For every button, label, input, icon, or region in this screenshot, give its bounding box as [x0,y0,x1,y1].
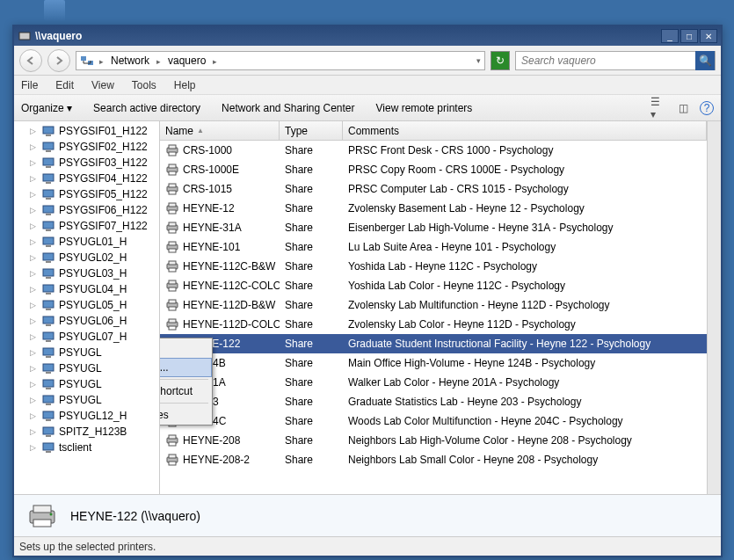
crumb-network[interactable]: Network [109,55,151,67]
svg-rect-41 [43,427,54,434]
col-header-comments[interactable]: Comments [343,121,707,140]
search-button[interactable]: 🔍 [695,51,715,70]
printer-row[interactable]: HEYNE-12ShareZvolensky Basement Lab - He… [160,199,707,218]
tree-item-label: PSYGSIF06_H122 [59,204,148,216]
tree-item[interactable]: ▷PSYUGL [16,376,157,392]
network-sharing-center-button[interactable]: Network and Sharing Center [222,102,354,114]
printer-row[interactable]: HEYNE-112C-COLORShareYoshida Lab Color -… [160,276,707,295]
col-header-type[interactable]: Type [280,121,343,140]
svg-rect-67 [169,280,176,284]
organize-button[interactable]: Organize ▾ [21,102,72,114]
printer-row[interactable]: HEYNE-112D-B&WShareZvolensky Lab Multifu… [160,295,707,315]
address-bar[interactable]: Network vaquero ▾ [76,51,485,70]
row-type: Share [285,415,313,427]
svg-rect-36 [46,388,51,389]
printer-row[interactable]: HEYNE-208ShareNeighbors Lab High-Volume … [160,431,707,450]
tree-item[interactable]: ▷PSYUGL [16,392,157,408]
printer-row[interactable]: NE-201AShareWalker Lab Color - Heyne 201… [160,373,707,392]
printer-row[interactable]: HEYNE-122ShareGraduate Student Instructi… [160,334,707,353]
tree-item[interactable]: ▷SPITZ_H123B [16,424,157,440]
printer-row[interactable]: NE-124BShareMain Office High-Volume - He… [160,353,707,373]
tree-item[interactable]: ▷PSYUGL12_H [16,408,157,424]
menu-tools[interactable]: Tools [132,79,156,91]
tree-item[interactable]: ▷tsclient [16,440,157,455]
view-mode-button[interactable]: ☰ ▾ [650,100,666,116]
computer-icon [41,125,55,137]
computer-icon [41,156,55,169]
svg-rect-1 [81,56,86,61]
tree-item[interactable]: ▷PSYUGL05_H [16,297,157,313]
row-comment: Walker Lab Color - Heyne 201A - Psycholo… [348,376,559,389]
refresh-button[interactable]: ↻ [491,51,510,70]
search-active-directory-button[interactable]: Search active directory [93,102,200,114]
titlebar[interactable]: \\vaquero _ □ ✕ [14,26,721,46]
tree-item[interactable]: ▷PSYUGL01_H [16,234,157,250]
tree-item[interactable]: ▷PSYUGL03_H [16,265,157,281]
svg-rect-17 [43,237,54,244]
dropdown-icon[interactable]: ▾ [476,56,481,65]
printer-row[interactable]: NE-203ShareGraduate Statistics Lab - Hey… [160,392,707,411]
back-button[interactable] [19,49,42,72]
svg-rect-29 [43,332,54,339]
nav-tree[interactable]: ▷PSYGSIF01_H122▷PSYGSIF02_H122▷PSYGSIF03… [14,121,160,494]
printer-row[interactable]: HEYNE-31AShareEisenberger Lab High-Volum… [160,218,707,237]
menu-edit[interactable]: Edit [55,79,74,91]
svg-rect-32 [46,356,51,358]
menu-help[interactable]: Help [174,79,196,91]
crumb-host[interactable]: vaquero [166,55,207,67]
printer-row[interactable]: HEYNE-112C-B&WShareYoshida Lab - Heyne 1… [160,257,707,276]
tree-item[interactable]: ▷PSYGSIF02_H122 [16,139,157,155]
tree-item[interactable]: ▷PSYGSIF05_H122 [16,186,157,202]
tree-item[interactable]: ▷PSYUGL07_H [16,329,157,345]
printer-large-icon [25,502,60,530]
printer-row[interactable]: CRS-1015SharePRSC Computer Lab - CRS 101… [160,179,707,199]
close-button[interactable]: ✕ [700,29,717,43]
printer-row[interactable]: HEYNE-208-2ShareNeighbors Lab Small Colo… [160,450,707,469]
maximize-button[interactable]: □ [680,29,698,43]
context-open[interactable]: Open [160,338,212,358]
list-body[interactable]: CRS-1000SharePRSC Front Desk - CRS 1000 … [160,141,707,494]
row-name: HEYNE-112D-COLOR [183,318,280,331]
printer-icon [165,182,179,196]
tree-item[interactable]: ▷PSYGSIF03_H122 [16,155,157,171]
tree-item[interactable]: ▷PSYUGL [16,360,157,376]
forward-button[interactable] [47,49,70,72]
svg-rect-94 [169,455,176,458]
context-connect[interactable]: Connect... [160,358,212,377]
row-comment: Zvolensky Lab Color - Heyne 112D - Psych… [348,318,576,331]
printer-row[interactable]: HEYNE-101ShareLu Lab Suite Area - Heyne … [160,237,707,257]
menu-file[interactable]: File [21,79,38,91]
computer-icon [41,236,55,248]
tree-item[interactable]: ▷PSYGSIF07_H122 [16,218,157,234]
tree-item[interactable]: ▷PSYGSIF04_H122 [16,171,157,186]
tree-item[interactable]: ▷PSYUGL06_H [16,313,157,329]
context-create-shortcut[interactable]: Create shortcut [160,382,212,401]
search-input[interactable] [516,55,695,67]
printer-row[interactable]: NE-204CShareWoods Lab Color Multifunctio… [160,411,707,431]
view-remote-printers-button[interactable]: View remote printers [376,102,473,114]
svg-rect-92 [169,442,176,446]
tree-item[interactable]: ▷PSYUGL [16,345,157,360]
preview-pane-button[interactable]: ◫ [675,100,691,116]
help-button[interactable]: ? [700,101,714,115]
svg-rect-73 [169,319,176,323]
window-title: \\vaquero [35,30,661,42]
computer-icon [41,283,55,295]
menu-view[interactable]: View [91,79,114,91]
printer-row[interactable]: CRS-1000SharePRSC Front Desk - CRS 1000 … [160,141,707,160]
row-name: CRS-1000E [183,164,239,176]
vertical-scrollbar[interactable] [707,121,721,494]
col-header-name[interactable]: Name ▲ [160,121,280,140]
printer-row[interactable]: CRS-1000ESharePRSC Copy Room - CRS 1000E… [160,160,707,179]
minimize-button[interactable]: _ [661,29,679,43]
tree-item[interactable]: ▷PSYGSIF01_H122 [16,123,157,139]
context-properties[interactable]: Properties [160,405,212,425]
row-name: HEYNE-101 [183,241,240,253]
computer-icon [41,251,55,264]
tree-item[interactable]: ▷PSYUGL04_H [16,281,157,297]
printer-row[interactable]: HEYNE-112D-COLORShareZvolensky Lab Color… [160,315,707,334]
svg-rect-35 [43,380,54,387]
computer-icon [41,220,55,232]
tree-item[interactable]: ▷PSYGSIF06_H122 [16,202,157,218]
tree-item[interactable]: ▷PSYUGL02_H [16,250,157,265]
